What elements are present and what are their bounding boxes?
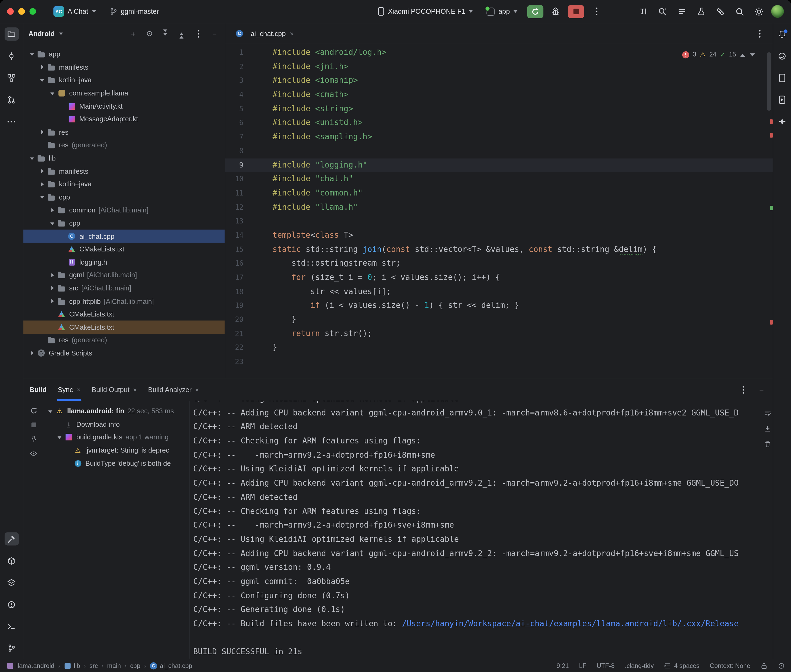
logcat-icon[interactable] bbox=[674, 5, 689, 18]
commit-tool-icon[interactable] bbox=[4, 49, 19, 62]
clear-console-icon[interactable] bbox=[764, 440, 772, 448]
chevron-down-icon[interactable] bbox=[48, 89, 56, 98]
build-panel-title[interactable]: Build bbox=[30, 386, 47, 394]
tree-item[interactable]: app bbox=[23, 48, 225, 61]
close-tab-icon[interactable]: × bbox=[77, 386, 80, 393]
more-tool-windows-icon[interactable] bbox=[4, 115, 19, 128]
zoom-window-button[interactable] bbox=[30, 8, 36, 15]
error-stripe-mark[interactable] bbox=[770, 320, 773, 325]
gemini-tool-icon[interactable] bbox=[775, 115, 789, 128]
gradle-tool-icon[interactable] bbox=[775, 49, 789, 62]
breadcrumb-item[interactable]: src bbox=[89, 662, 98, 669]
more-actions-kebab-icon[interactable] bbox=[589, 5, 603, 18]
encoding-indicator[interactable]: UTF-8 bbox=[597, 662, 615, 669]
line-separator-indicator[interactable]: LF bbox=[579, 662, 586, 669]
close-window-button[interactable] bbox=[7, 8, 14, 15]
caret-position[interactable]: 9:21 bbox=[557, 662, 569, 669]
close-tab-icon[interactable]: × bbox=[290, 30, 294, 37]
chevron-right-icon[interactable] bbox=[48, 284, 56, 292]
project-selector[interactable]: AC AiChat bbox=[49, 4, 100, 19]
editor-options-kebab-icon[interactable] bbox=[754, 29, 765, 39]
locate-file-icon[interactable]: ⊙ bbox=[144, 29, 154, 39]
chevron-right-icon[interactable] bbox=[48, 297, 56, 305]
context-indicator[interactable]: Context: None bbox=[710, 662, 750, 669]
build-tab[interactable]: Build Analyzer× bbox=[148, 378, 199, 401]
chevron-right-icon[interactable] bbox=[48, 206, 56, 214]
previous-problem-icon[interactable] bbox=[740, 52, 746, 58]
chevron-down-icon[interactable] bbox=[27, 50, 36, 58]
inspections-widget-icon[interactable] bbox=[778, 662, 785, 669]
tree-item[interactable]: CMakeLists.txt bbox=[23, 321, 225, 334]
add-icon[interactable]: + bbox=[128, 29, 138, 39]
vcs-branch-selector[interactable]: ggml-master bbox=[106, 6, 163, 17]
editor-area[interactable]: ai_chat.cpp × 1#include <android/log.h>2… bbox=[225, 23, 773, 378]
settings-icon[interactable] bbox=[752, 5, 766, 18]
soft-wrap-icon[interactable] bbox=[764, 409, 772, 417]
tree-item[interactable]: res(generated) bbox=[23, 139, 225, 152]
user-avatar[interactable] bbox=[771, 5, 784, 18]
editor-tab[interactable]: ai_chat.cpp × bbox=[229, 23, 299, 44]
chevron-down-icon[interactable] bbox=[38, 193, 46, 201]
structure-tool-icon[interactable] bbox=[4, 71, 19, 84]
breadcrumb-item[interactable]: lib bbox=[64, 661, 80, 670]
device-manager-tool-icon[interactable] bbox=[775, 71, 789, 84]
close-tab-icon[interactable]: × bbox=[133, 386, 137, 393]
chevron-right-icon[interactable] bbox=[38, 167, 46, 175]
stop-build-icon[interactable] bbox=[30, 421, 37, 429]
clang-tidy-indicator[interactable]: .clang-tidy bbox=[625, 662, 654, 669]
breadcrumb-item[interactable]: main bbox=[107, 662, 121, 669]
tree-item[interactable]: lib bbox=[23, 152, 225, 165]
project-view-selector[interactable]: Android bbox=[29, 30, 55, 37]
vcs-stripe-mark[interactable] bbox=[770, 206, 773, 210]
pull-requests-tool-icon[interactable] bbox=[4, 93, 19, 106]
tree-item[interactable]: res(generated) bbox=[23, 334, 225, 347]
tree-item[interactable]: com.example.llama bbox=[23, 87, 225, 100]
chevron-down-icon[interactable] bbox=[46, 407, 55, 415]
breadcrumb-item[interactable]: cpp bbox=[130, 662, 141, 669]
minimize-window-button[interactable] bbox=[18, 8, 25, 15]
tree-item[interactable]: src[AiChat.lib.main] bbox=[23, 282, 225, 295]
tree-item[interactable]: res bbox=[23, 126, 225, 139]
chevron-down-icon[interactable] bbox=[38, 76, 46, 84]
tree-item[interactable]: cpp bbox=[23, 217, 225, 230]
build-tab[interactable]: Build Output× bbox=[92, 378, 137, 401]
run-configuration-selector[interactable]: app bbox=[483, 5, 522, 18]
hide-panel-icon[interactable]: − bbox=[209, 29, 220, 39]
device-explorer-tool-icon[interactable] bbox=[4, 576, 19, 589]
profiler-icon[interactable] bbox=[694, 5, 708, 18]
chevron-right-icon[interactable] bbox=[38, 128, 46, 136]
dependencies-tool-icon[interactable] bbox=[4, 554, 19, 567]
tree-item[interactable]: CMakeLists.txt bbox=[23, 308, 225, 320]
collapse-all-icon[interactable] bbox=[177, 29, 187, 39]
chevron-right-icon[interactable] bbox=[48, 271, 56, 279]
tree-item[interactable]: kotlin+java bbox=[23, 74, 225, 86]
pin-icon[interactable] bbox=[30, 435, 37, 443]
run-button[interactable] bbox=[527, 5, 543, 18]
lock-icon[interactable] bbox=[761, 662, 768, 669]
tree-item[interactable]: common[AiChat.lib.main] bbox=[23, 204, 225, 217]
breadcrumb-item[interactable]: ai_chat.cpp bbox=[150, 661, 193, 670]
ai-actions-icon[interactable] bbox=[636, 5, 650, 18]
chevron-down-icon[interactable] bbox=[48, 219, 56, 227]
editor-scrollbar[interactable] bbox=[767, 53, 771, 111]
inspections-widget[interactable]: ! 3 ⚠ 24 ✓ 15 bbox=[682, 48, 756, 62]
debug-button[interactable] bbox=[549, 5, 563, 18]
tree-item[interactable]: MessageAdapter.kt bbox=[23, 113, 225, 126]
device-mirroring-icon[interactable] bbox=[713, 5, 727, 18]
hide-build-panel-icon[interactable]: − bbox=[757, 384, 767, 395]
build-tree-item[interactable]: build.gradle.ktsapp 1 warning bbox=[45, 431, 189, 444]
tree-item[interactable]: kotlin+java bbox=[23, 178, 225, 190]
code-editor[interactable]: 1#include <android/log.h>2#include <jni.… bbox=[225, 44, 773, 378]
running-devices-tool-icon[interactable] bbox=[775, 93, 789, 106]
build-options-kebab-icon[interactable] bbox=[738, 384, 748, 395]
version-control-tool-icon[interactable] bbox=[4, 642, 19, 655]
problems-tool-icon[interactable] bbox=[4, 598, 19, 611]
ai-search-icon[interactable] bbox=[655, 5, 670, 18]
tree-item[interactable]: cpp-httplib[AiChat.lib.main] bbox=[23, 295, 225, 308]
chevron-down-icon[interactable] bbox=[27, 154, 36, 162]
preview-eye-icon[interactable] bbox=[30, 450, 38, 458]
tree-item[interactable]: MainActivity.kt bbox=[23, 100, 225, 113]
rerun-sync-icon[interactable] bbox=[30, 407, 37, 414]
tree-item[interactable]: manifests bbox=[23, 165, 225, 178]
chevron-right-icon[interactable] bbox=[38, 63, 46, 71]
